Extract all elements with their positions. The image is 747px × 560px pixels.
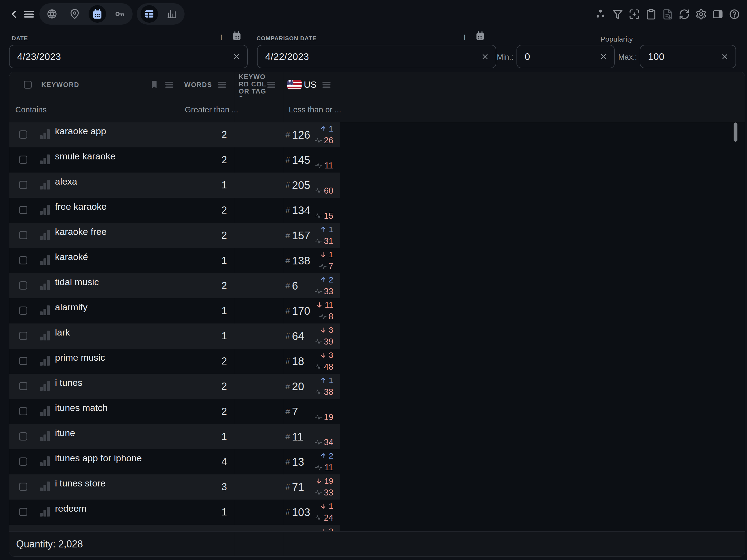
row-keyword[interactable]: lark: [55, 327, 70, 338]
export-file-button[interactable]: [662, 8, 674, 20]
table-row[interactable]: smule karaoke 2 # 145 11: [9, 147, 340, 173]
table-row[interactable]: tidal music 2 # 6 2 33: [9, 273, 340, 298]
country-column-header[interactable]: US: [304, 79, 317, 90]
country-column-menu-icon[interactable]: [323, 81, 331, 88]
row-checkbox[interactable]: [19, 156, 27, 164]
keyword-chart-icon[interactable]: [40, 280, 50, 290]
row-checkbox[interactable]: [19, 281, 27, 289]
table-row[interactable]: itunes match 2 # 7 19: [9, 399, 340, 424]
comparison-clear-button[interactable]: [482, 53, 489, 60]
table-row[interactable]: alexa 1 # 205 60: [9, 173, 340, 198]
help-button[interactable]: [728, 8, 741, 20]
row-keyword[interactable]: alexa: [55, 176, 77, 187]
row-checkbox[interactable]: [19, 357, 27, 365]
table-row[interactable]: alarmify 1 # 170 11 8: [9, 298, 340, 324]
keyword-chart-icon[interactable]: [40, 205, 50, 215]
row-keyword[interactable]: redeem: [55, 503, 86, 514]
keyword-column-header[interactable]: KEYWORD: [41, 81, 79, 88]
sidebar-toggle-button[interactable]: [712, 8, 724, 20]
keyword-chart-icon[interactable]: [40, 381, 50, 391]
row-checkbox[interactable]: [19, 382, 27, 390]
keyword-chart-icon[interactable]: [40, 305, 50, 315]
table-row[interactable]: ap # 2: [9, 525, 340, 532]
table-row[interactable]: i tunes 2 # 20 1 38: [9, 374, 340, 399]
table-row[interactable]: karaoke free 2 # 157 1 31: [9, 223, 340, 248]
row-keyword[interactable]: i tunes store: [55, 478, 106, 489]
table-row[interactable]: itunes app for iphone 4 # 13 2 11: [9, 449, 340, 475]
row-keyword[interactable]: itunes match: [55, 403, 108, 413]
popularity-max-field[interactable]: 100: [640, 45, 736, 68]
comparison-date-value[interactable]: 4/22/2023: [265, 51, 482, 62]
row-checkbox[interactable]: [19, 483, 27, 491]
map-pin-button[interactable]: [66, 5, 83, 23]
row-keyword[interactable]: tidal music: [55, 277, 99, 287]
back-button[interactable]: [8, 8, 20, 20]
country-filter[interactable]: Less than or ...: [289, 105, 341, 114]
row-checkbox[interactable]: [19, 181, 27, 189]
row-keyword[interactable]: karaoke app: [55, 126, 106, 136]
comparison-date-field[interactable]: 4/22/2023: [257, 45, 496, 68]
keyword-chart-icon[interactable]: [40, 180, 50, 189]
keyword-chart-icon[interactable]: [40, 507, 50, 516]
comparison-calendar-icon[interactable]: [475, 31, 485, 41]
main-menu-button[interactable]: [22, 8, 35, 20]
bookmark-icon[interactable]: [151, 80, 158, 88]
row-keyword[interactable]: smule karaoke: [55, 151, 115, 161]
chart-view-button[interactable]: [163, 5, 181, 23]
keyword-chart-icon[interactable]: [40, 331, 50, 340]
keyword-chart-icon[interactable]: [40, 482, 50, 491]
date-field[interactable]: 4/23/2023: [9, 45, 248, 68]
row-keyword[interactable]: karaoke free: [55, 226, 107, 237]
table-view-button[interactable]: [140, 5, 158, 23]
date-value[interactable]: 4/23/2023: [17, 51, 233, 62]
row-checkbox[interactable]: [19, 206, 27, 214]
table-row[interactable]: lark 1 # 64 3 39: [9, 324, 340, 349]
center-focus-button[interactable]: [628, 8, 640, 20]
select-all-checkbox[interactable]: [24, 81, 32, 88]
popularity-min-clear-button[interactable]: [600, 53, 608, 60]
row-keyword[interactable]: i tunes: [55, 377, 82, 388]
table-row[interactable]: prime music 2 # 18 3 48: [9, 349, 340, 374]
row-checkbox[interactable]: [19, 130, 27, 138]
row-keyword[interactable]: itunes app for iphone: [55, 453, 142, 463]
row-checkbox[interactable]: [19, 432, 27, 440]
date-info-icon[interactable]: i: [221, 32, 222, 42]
scatter-dots-button[interactable]: [595, 8, 607, 20]
table-row[interactable]: redeem 1 # 103 1 24: [9, 500, 340, 525]
keyword-chart-icon[interactable]: [40, 129, 50, 139]
row-checkbox[interactable]: [19, 407, 27, 415]
tags-column-header[interactable]: KEYWORD COLOR TAGS: [239, 73, 268, 97]
settings-button[interactable]: [695, 8, 707, 20]
vertical-scrollbar[interactable]: [733, 123, 738, 142]
row-checkbox[interactable]: [19, 307, 27, 315]
clipboard-button[interactable]: [645, 8, 657, 20]
row-keyword[interactable]: alarmify: [55, 302, 87, 312]
popularity-max-clear-button[interactable]: [721, 53, 729, 60]
row-keyword[interactable]: prime music: [55, 352, 105, 363]
refresh-button[interactable]: [678, 8, 690, 20]
keyword-filter[interactable]: Contains: [15, 105, 47, 114]
keyword-chart-icon[interactable]: [40, 154, 50, 164]
row-keyword[interactable]: itune: [55, 428, 75, 438]
date-clear-button[interactable]: [233, 53, 241, 60]
popularity-max-value[interactable]: 100: [648, 51, 721, 62]
popularity-min-field[interactable]: 0: [516, 45, 615, 68]
words-column-menu-icon[interactable]: [218, 81, 226, 88]
row-checkbox[interactable]: [19, 457, 27, 466]
words-filter[interactable]: Greater than ...: [185, 105, 238, 114]
table-row[interactable]: karaoké 1 # 138 1 7: [9, 248, 340, 273]
row-checkbox[interactable]: [19, 332, 27, 340]
table-row[interactable]: free karaoke 2 # 134 15: [9, 198, 340, 223]
row-checkbox[interactable]: [19, 231, 27, 239]
row-keyword[interactable]: free karaoke: [55, 201, 107, 212]
row-keyword[interactable]: karaoké: [55, 252, 88, 262]
table-row[interactable]: karaoke app 2 # 126 1 26: [9, 122, 340, 147]
calendar-view-button[interactable]: [88, 5, 106, 23]
tags-column-menu-icon[interactable]: [267, 81, 275, 88]
table-row[interactable]: itune 1 # 11 34: [9, 424, 340, 449]
row-checkbox[interactable]: [19, 508, 27, 516]
keyword-chart-icon[interactable]: [40, 456, 50, 466]
keyword-chart-icon[interactable]: [40, 255, 50, 265]
date-calendar-icon[interactable]: [232, 31, 242, 41]
filter-button[interactable]: [612, 8, 624, 20]
